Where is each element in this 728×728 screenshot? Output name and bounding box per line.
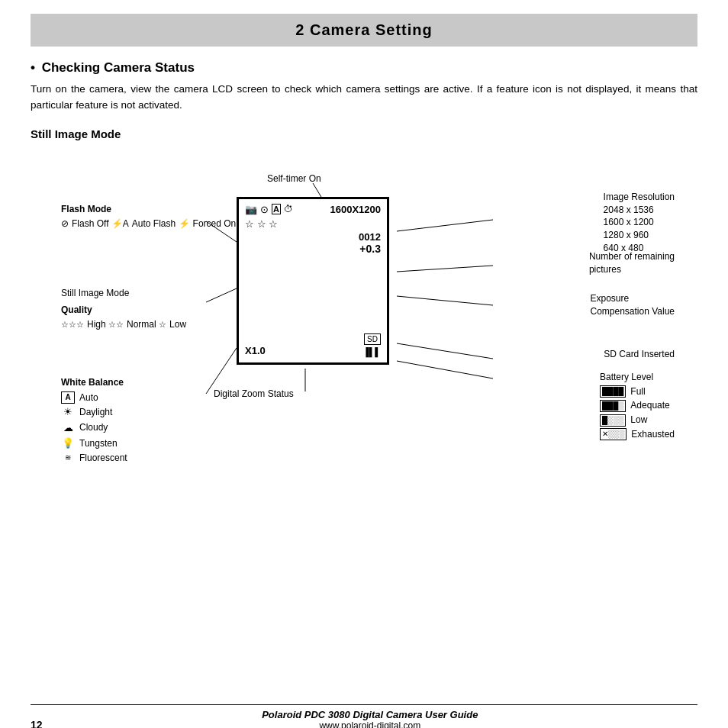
lcd-exposure: +0.3 (359, 243, 381, 255)
wb-auto-row: A Auto (61, 391, 127, 404)
wb-daylight-row: ☀ Daylight (61, 405, 127, 419)
camera-icon: 📷 (245, 204, 257, 215)
timer-icon: ⏱ (284, 204, 293, 214)
footer-url: www.polaroid-digital.com (43, 720, 697, 728)
wb-fluorescent-label: Fluorescent (79, 452, 127, 465)
still-image-mode-label: Still Image Mode (61, 288, 129, 298)
ann-image-res: Image Resolution 2048 x 1536 1600 x 1200… (604, 191, 675, 255)
ann-battery: Battery Level ████ Full ███░ Adequate █░… (600, 371, 675, 443)
quality-high-label: High (87, 318, 106, 331)
lcd-exposure-container: +0.3 (245, 243, 381, 255)
section-title: • Checking Camera Status (31, 60, 697, 76)
ann-sd-card: SD Card Inserted (604, 348, 675, 361)
quality-low-label: Low (169, 318, 186, 331)
bat-exhausted-label: Exhausted (631, 428, 675, 441)
bat-exhausted-row: ✕░░░ Exhausted (600, 428, 675, 441)
svg-line-8 (397, 361, 493, 378)
forced-on-label: Forced On (193, 217, 237, 230)
flash-mode-label: Flash Mode (61, 203, 236, 216)
lcd-bottom-right: SD ▐▌▌ (363, 333, 381, 356)
wb-auto-label: Auto (79, 391, 98, 404)
wb-auto-icon: A (61, 391, 75, 404)
bat-low-row: █░░░ Low (600, 414, 675, 427)
white-balance-title: White Balance (61, 376, 127, 389)
wb-tungsten-label: Tungsten (79, 437, 118, 450)
quality-label: Quality (61, 304, 92, 315)
bat-adequate-row: ███░ Adequate (600, 399, 675, 412)
ann-exposure: Exposure Compensation Value (590, 292, 675, 318)
remaining-label: Number of remaining (589, 251, 675, 262)
bat-adequate-icon: ███░ (600, 400, 626, 412)
footer-url-text: www.polaroid-digital.com (319, 720, 420, 728)
svg-line-5 (397, 266, 493, 272)
quality-high-icon: ☆☆☆ (61, 319, 84, 330)
image-res-label: Image Resolution (604, 192, 675, 202)
footer-title: Polaroid PDC 3080 Digital Camera User Gu… (43, 709, 697, 720)
sd-icon: SD (364, 333, 381, 345)
flash-off-label: Flash Off (72, 217, 108, 230)
camera-lcd: 📷 ⊙ A ⏱ 1600X1200 ☆ ☆ ☆ 0012 (237, 197, 389, 365)
wb-cloudy-row: ☁ Cloudy (61, 421, 127, 435)
ann-remaining: Number of remaining pictures (589, 250, 675, 276)
ann-quality: Quality ☆☆☆ High ☆☆ Normal ☆ Low (61, 304, 186, 331)
wb-cloudy-icon: ☁ (61, 421, 75, 435)
section-title-text: Checking Camera Status (42, 60, 195, 75)
image-res-title: Image Resolution (604, 191, 675, 204)
res-3: 1280 x 960 (604, 229, 675, 242)
footer-title-text: Polaroid PDC 3080 Digital Camera User Gu… (262, 709, 478, 720)
ann-self-timer: Self-timer On (267, 172, 321, 185)
bat-full-row: ████ Full (600, 385, 675, 398)
svg-line-7 (397, 343, 493, 359)
sub-section-title: Still Image Mode (31, 127, 697, 140)
bat-exhausted-icon: ✕░░░ (600, 428, 627, 440)
svg-line-3 (206, 348, 237, 394)
digital-zoom-label: Digital Zoom Status (214, 388, 294, 399)
auto-flash-icon: ⚡A (111, 217, 129, 230)
page-number: 12 (31, 719, 43, 728)
auto-flash-row: ⚡A Auto Flash (111, 217, 176, 230)
bat-full-label: Full (630, 385, 645, 398)
chapter-title: 2 Camera Setting (295, 21, 432, 38)
footer-center: Polaroid PDC 3080 Digital Camera User Gu… (43, 709, 697, 728)
forced-on-row: ⚡ Forced On (179, 217, 237, 230)
chapter-header: 2 Camera Setting (31, 14, 697, 47)
bullet: • (31, 60, 35, 75)
wb-fluorescent-row: ≋ Fluorescent (61, 452, 127, 465)
ann-still-mode: Still Image Mode (61, 287, 129, 300)
quality-title: Quality (61, 304, 186, 317)
body-text: Turn on the camera, view the camera LCD … (31, 82, 697, 114)
lcd-count: 0012 (359, 231, 381, 243)
lcd-resolution: 1600X1200 (330, 204, 381, 215)
bat-full-icon: ████ (600, 385, 626, 398)
quality-low-row: ☆ Low (159, 318, 186, 331)
page: 2 Camera Setting • Checking Camera Statu… (0, 14, 728, 728)
quality-low-icon: ☆ (159, 319, 166, 330)
lcd-icons: 📷 ⊙ A ⏱ (245, 204, 293, 215)
quality-normal-label: Normal (127, 318, 156, 331)
flash-off-icon: ⊘ (61, 217, 69, 230)
svg-line-4 (397, 220, 493, 231)
battery-level-title: Battery Level (600, 371, 675, 384)
bat-low-label: Low (630, 414, 647, 427)
exposure-label2: Compensation Value (590, 306, 675, 317)
battery-indicator: ▐▌▌ (363, 347, 381, 356)
auto-icon: A (272, 204, 281, 214)
lcd-zoom: X1.0 (245, 345, 266, 356)
wb-tungsten-row: 💡 Tungsten (61, 436, 127, 450)
lcd-bottom-row: X1.0 SD ▐▌▌ (245, 333, 381, 356)
flash-mode-text: Flash Mode (61, 204, 111, 214)
lcd-top-row: 📷 ⊙ A ⏱ 1600X1200 (245, 204, 381, 215)
auto-flash-label: Auto Flash (132, 217, 176, 230)
wb-cloudy-label: Cloudy (79, 421, 108, 434)
remaining-label2: pictures (589, 264, 621, 275)
wb-tungsten-icon: 💡 (61, 436, 75, 450)
lcd-stars: ☆ ☆ ☆ (245, 218, 381, 230)
bat-low-icon: █░░░ (600, 414, 626, 427)
star3: ☆ (269, 218, 278, 230)
mode-icon: ⊙ (260, 204, 269, 215)
bat-adequate-label: Adequate (630, 399, 669, 412)
sd-card-label: SD Card Inserted (604, 349, 675, 359)
footer-page-num: 12 (31, 719, 43, 728)
wb-fluorescent-icon: ≋ (61, 453, 75, 463)
body-content: Turn on the camera, view the camera LCD … (31, 83, 697, 111)
